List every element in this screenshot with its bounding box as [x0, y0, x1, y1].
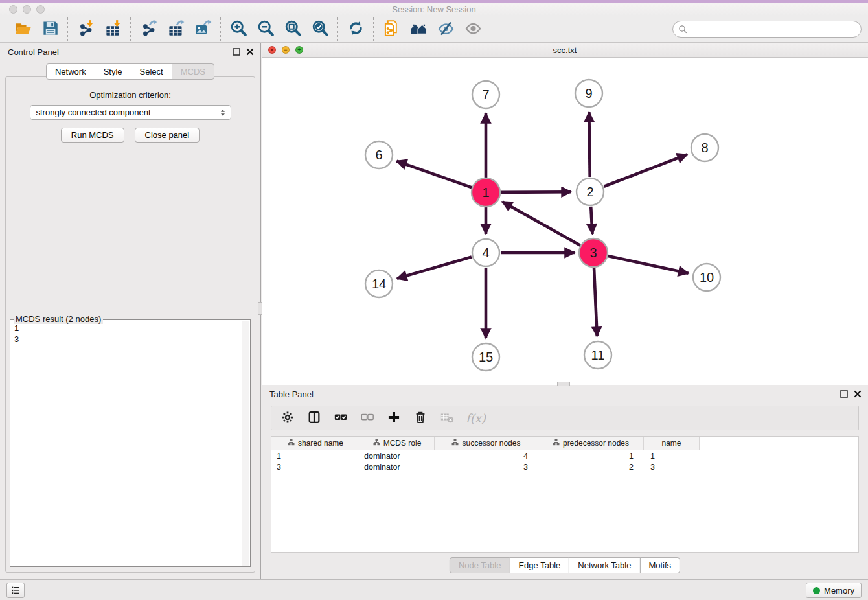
tab-select[interactable]: Select [131, 63, 172, 80]
graph-node-6[interactable]: 6 [365, 141, 393, 168]
table-cell: 1 [271, 450, 360, 461]
function-builder-icon: f(x) [466, 411, 486, 425]
run-mcds-button[interactable]: Run MCDS [61, 128, 124, 143]
new-network-from-selection-button[interactable] [382, 19, 401, 39]
export-image-button[interactable] [193, 19, 212, 39]
table-row[interactable]: 3dominator323 [271, 461, 700, 472]
import-network-button[interactable] [76, 19, 95, 39]
graph-node-11[interactable]: 11 [584, 341, 611, 369]
first-neighbors-button[interactable] [409, 19, 428, 39]
node-table-body: 1dominator4113dominator323 [271, 450, 858, 472]
horizontal-splitter-grip[interactable] [557, 382, 570, 386]
graph-edge-3-11[interactable] [594, 268, 597, 336]
search-input[interactable] [688, 23, 861, 36]
graph-edge-2-8[interactable] [604, 154, 687, 186]
graph-node-14[interactable]: 14 [365, 270, 393, 297]
graph-node-10[interactable]: 10 [693, 264, 720, 291]
column-header-name[interactable]: name [644, 437, 700, 450]
zoom-selected-button[interactable] [310, 19, 330, 39]
export-network-button[interactable] [139, 19, 158, 39]
add-column-button[interactable] [386, 410, 402, 426]
graph-edge-3-1[interactable] [502, 202, 580, 246]
graph-node-4[interactable]: 4 [472, 239, 499, 266]
memory-label: Memory [824, 586, 854, 595]
clear-all-check-icon [360, 410, 374, 426]
network-maximize-icon[interactable]: + [295, 46, 303, 54]
zoom-out-button[interactable] [256, 19, 275, 39]
network-minimize-icon[interactable]: − [282, 46, 290, 54]
graph-edge-2-9[interactable] [589, 112, 589, 177]
graph-node-3[interactable]: 3 [579, 238, 608, 267]
table-cell: dominator [360, 450, 435, 461]
tab-edge-table[interactable]: Edge Table [509, 557, 569, 573]
column-header-MCDS-role[interactable]: MCDS role [360, 437, 435, 450]
column-header-label: MCDS role [383, 439, 422, 448]
tab-node-table[interactable]: Node Table [450, 557, 510, 573]
column-tree-icon [451, 439, 459, 448]
graph-edge-3-10[interactable] [608, 256, 688, 273]
function-builder-button: f(x) [466, 410, 486, 426]
graph-node-8[interactable]: 8 [691, 134, 718, 161]
close-panel-icon[interactable] [246, 48, 254, 56]
zoom-fit-icon [284, 19, 302, 39]
network-close-icon[interactable]: × [268, 46, 276, 54]
clear-all-check-button[interactable] [360, 410, 375, 426]
show-all-button[interactable] [463, 19, 483, 39]
close-panel-button[interactable]: Close panel [135, 128, 200, 143]
task-history-button[interactable] [6, 583, 25, 598]
memory-button[interactable]: Memory [806, 583, 862, 598]
zoom-in-icon [230, 19, 247, 39]
tab-network[interactable]: Network [46, 63, 95, 80]
network-canvas[interactable]: 7968124314101511 [262, 58, 868, 384]
status-bar: Memory [0, 579, 868, 600]
table-settings-button[interactable] [280, 410, 295, 426]
toolbar-group [338, 19, 373, 39]
tab-motifs[interactable]: Motifs [639, 557, 680, 573]
optimization-criterion-label: Optimization criterion: [6, 90, 255, 100]
graph-node-1[interactable]: 1 [472, 178, 500, 207]
svg-text:14: 14 [372, 277, 386, 291]
graph-node-7[interactable]: 7 [472, 81, 499, 108]
table-row[interactable]: 1dominator411 [271, 450, 700, 461]
export-table-button[interactable] [166, 19, 185, 39]
graph-node-15[interactable]: 15 [472, 343, 499, 371]
open-session-button[interactable] [13, 19, 32, 39]
mcds-result-list[interactable]: 13 [11, 321, 242, 566]
tab-style[interactable]: Style [95, 63, 131, 80]
zoom-in-button[interactable] [229, 19, 248, 39]
control-panel: Control Panel NetworkStyleSelectMCDS Opt… [0, 43, 261, 579]
column-header-successor-nodes[interactable]: successor nodes [435, 437, 538, 450]
toggle-column-display-button[interactable] [306, 410, 322, 426]
float-panel-icon[interactable] [233, 48, 240, 56]
result-scrollbar[interactable] [242, 321, 249, 566]
graph-edge-1-6[interactable] [396, 161, 472, 188]
graph-edge-4-14[interactable] [397, 257, 472, 278]
column-header-predecessor-nodes[interactable]: predecessor nodes [538, 437, 644, 450]
close-table-panel-icon[interactable] [854, 390, 862, 398]
mcds-result-box: MCDS result (2 nodes) 13 [10, 319, 251, 567]
graph-edge-1-2[interactable] [501, 192, 571, 192]
column-header-shared-name[interactable]: shared name [271, 437, 360, 450]
delete-column-button[interactable] [413, 410, 428, 426]
hide-selected-button[interactable] [436, 19, 455, 39]
import-table-button[interactable] [103, 19, 122, 39]
criterion-select[interactable]: strongly connected component [30, 105, 231, 120]
zoom-fit-button[interactable] [283, 19, 303, 39]
svg-text:8: 8 [701, 141, 708, 155]
column-tree-icon [288, 439, 295, 448]
save-session-button[interactable] [40, 19, 60, 39]
table-cell: 1 [538, 450, 644, 461]
tab-mcds[interactable]: MCDS [172, 63, 214, 80]
graph-node-9[interactable]: 9 [575, 80, 602, 107]
select-all-check-button[interactable] [333, 410, 348, 426]
graph-node-2[interactable]: 2 [577, 178, 604, 205]
graph-edge-2-3[interactable] [591, 207, 592, 234]
toolbar-group [221, 19, 337, 39]
refresh-button[interactable] [346, 19, 365, 39]
float-table-panel-icon[interactable] [840, 390, 848, 398]
toolbar-group [5, 19, 67, 39]
column-header-label: predecessor nodes [563, 439, 629, 448]
vertical-splitter-grip[interactable] [258, 302, 262, 315]
control-panel-title: Control Panel [8, 47, 59, 57]
tab-network-table[interactable]: Network Table [569, 557, 640, 573]
